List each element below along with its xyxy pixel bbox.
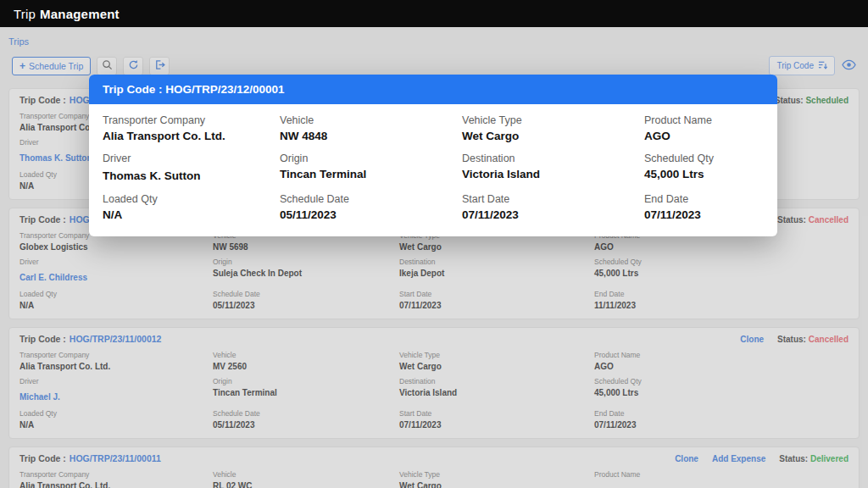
field: VehicleNW 4848	[280, 114, 462, 142]
field: Start Date07/11/2023	[399, 409, 594, 430]
field-label: Origin	[213, 377, 399, 385]
status: Status: Scheduled	[775, 96, 849, 105]
field-value: Wet Cargo	[399, 242, 594, 252]
field: Scheduled Qty45,000 Ltrs	[594, 258, 849, 284]
modal-fields: Transporter CompanyAlia Transport Co. Lt…	[89, 104, 777, 236]
trip-card-header: Trip Code : HOG/TRP/23/11/00011 CloneAdd…	[9, 447, 859, 469]
field: Product Name	[594, 470, 849, 488]
field: Transporter CompanyAlia Transport Co. Lt…	[103, 114, 280, 142]
field-value: AGO	[594, 362, 849, 371]
export-button[interactable]	[149, 57, 170, 75]
trip-code-label: Trip Code :	[19, 453, 66, 463]
field: DestinationIkeja Depot	[399, 258, 594, 284]
field: DestinationVictoria Island	[399, 377, 594, 403]
field-label: Vehicle	[280, 114, 462, 126]
field-value: 45,000 Ltrs	[644, 168, 764, 180]
field: End Date07/11/2023	[644, 193, 764, 221]
field-label: Vehicle	[213, 351, 399, 359]
field-value: Tincan Terminal	[280, 168, 462, 180]
field: Product NameAGO	[644, 114, 764, 142]
field: Transporter CompanyAlia Transport Co. Lt…	[19, 351, 213, 371]
breadcrumb-trips-link[interactable]: Trips	[8, 36, 29, 47]
field-value: Alia Transport Co. Ltd.	[103, 130, 280, 142]
export-icon	[154, 59, 165, 73]
trip-code-sort-button[interactable]: Trip Code	[769, 56, 835, 75]
field-value: AGO	[594, 242, 849, 252]
field-label: Product Name	[644, 114, 764, 126]
search-button[interactable]	[97, 57, 117, 75]
add-expense-link[interactable]: Add Expense	[712, 454, 765, 463]
field-label: Scheduled Qty	[644, 152, 764, 164]
card-fields: Transporter CompanyAlia Transport Co. Lt…	[9, 469, 859, 488]
status-label: Status:	[777, 335, 806, 344]
field-value: 07/11/2023	[644, 208, 764, 221]
card-actions: Clone	[740, 335, 764, 344]
schedule-trip-button[interactable]: + Schedule Trip	[12, 57, 91, 75]
field-label: Product Name	[594, 470, 849, 479]
field-value: 05/11/2023	[213, 420, 399, 430]
field-value: 05/11/2023	[213, 301, 399, 310]
trip-details-modal: Trip Code : HOG/TRP/23/12/00001 Transpor…	[89, 75, 777, 236]
field-value: N/A	[19, 301, 213, 310]
toolbar-right: Trip Code	[769, 56, 856, 75]
field: Schedule Date05/11/2023	[280, 193, 462, 221]
refresh-icon	[128, 59, 139, 73]
status-label: Status:	[779, 454, 808, 463]
field-value: Wet Cargo	[462, 130, 644, 142]
schedule-trip-label: Schedule Trip	[29, 61, 83, 71]
field-value: Wet Cargo	[399, 481, 594, 488]
trip-code-label: Trip Code :	[19, 334, 66, 344]
field-label: Schedule Date	[280, 193, 462, 205]
trip-code-link[interactable]: HOG/TRP/23/11/00012	[70, 334, 162, 344]
field-label: Vehicle Type	[399, 470, 594, 479]
field-value: Suleja Check In Depot	[213, 269, 399, 278]
field-label: Transporter Company	[19, 470, 213, 479]
field-value-link[interactable]: Thomas K. Sutton	[103, 169, 201, 182]
trip-code-label: Trip Code :	[19, 214, 66, 225]
field: Schedule Date05/11/2023	[213, 409, 399, 430]
field: Loaded QtyN/A	[19, 290, 213, 310]
trip-code-link[interactable]: HOG/TRP/23/11/00011	[70, 453, 161, 463]
field: Vehicle TypeWet Cargo	[462, 114, 644, 142]
field-value: Victoria Island	[462, 168, 644, 180]
field-label: Scheduled Qty	[594, 377, 849, 385]
field: OriginTincan Terminal	[280, 152, 462, 183]
field-value-link[interactable]: Thomas K. Sutton	[19, 153, 92, 163]
field-label: Loaded Qty	[103, 193, 280, 205]
field-value: 07/11/2023	[462, 208, 644, 221]
card-fields: Transporter CompanyAlia Transport Co. Lt…	[9, 349, 859, 438]
field: VehicleMV 2560	[213, 351, 399, 371]
field: Scheduled Qty45,000 Ltrs	[594, 377, 849, 403]
field: Loaded QtyN/A	[103, 193, 280, 221]
field-value: 45,000 Ltrs	[594, 388, 849, 397]
clone-link[interactable]: Clone	[740, 335, 764, 344]
field: DestinationVictoria Island	[462, 152, 644, 183]
field: Scheduled Qty45,000 Ltrs	[644, 152, 764, 183]
field-value: 07/11/2023	[594, 420, 849, 430]
trip-code-label: Trip Code :	[19, 95, 66, 105]
clone-link[interactable]: Clone	[675, 454, 698, 463]
status-badge: Cancelled	[809, 215, 849, 225]
refresh-button[interactable]	[123, 57, 143, 75]
field-label: Driver	[103, 152, 280, 164]
field-value-link[interactable]: Carl E. Childress	[19, 273, 87, 282]
field-label: Vehicle	[213, 470, 399, 479]
status: Status: Cancelled	[777, 215, 849, 225]
field-value: NW 4848	[280, 130, 462, 142]
field: Product NameAGO	[594, 351, 849, 371]
status-label: Status:	[775, 96, 804, 105]
field-value: AGO	[644, 130, 764, 142]
field-label: End Date	[594, 409, 849, 418]
field-value: 05/11/2023	[280, 208, 462, 221]
app-title-light: Trip	[14, 7, 36, 21]
trip-card: Trip Code : HOG/TRP/23/11/00011 CloneAdd…	[8, 446, 860, 488]
field-label: Start Date	[462, 193, 644, 205]
field: Start Date07/11/2023	[462, 193, 644, 221]
app-header: Trip Management	[0, 0, 868, 27]
field-value-link[interactable]: Michael J.	[19, 392, 60, 402]
view-columns-button[interactable]	[842, 59, 856, 73]
field-value: Alia Transport Co. Ltd.	[19, 362, 213, 371]
field: DriverThomas K. Sutton	[103, 152, 280, 183]
field-value: Wet Cargo	[399, 362, 594, 371]
field: End Date07/11/2023	[594, 409, 849, 430]
